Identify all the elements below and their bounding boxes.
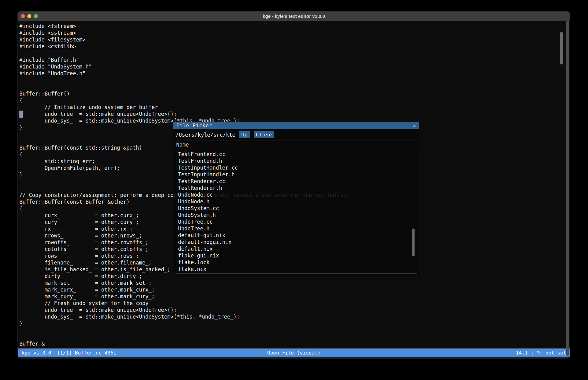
- file-list-scrollbar-thumb[interactable]: [412, 229, 415, 256]
- code-line: #include <cstdlib>: [19, 43, 350, 50]
- code-line: [19, 327, 350, 334]
- code-line: #include "UndoTree.h": [19, 70, 350, 77]
- code-line: // Fresh undo system for the copy: [19, 300, 350, 307]
- code-line: [19, 84, 350, 90]
- window-scrollbar-track[interactable]: [566, 21, 569, 356]
- file-rows: TestFrontend.ccTestFrontend.hTestInputHa…: [175, 149, 417, 272]
- list-item[interactable]: UndoTree.cc: [175, 218, 417, 225]
- code-editor[interactable]: #include <fstream>#include <sstream>#inc…: [18, 21, 570, 348]
- list-item[interactable]: default-gui.nix: [175, 232, 417, 239]
- code-line: mark_cury_ = other.mark_cury_;: [19, 293, 350, 300]
- code-line: [19, 77, 350, 84]
- code-line: undo_tree_ = std::make_unique<UndoTree>(…: [19, 307, 350, 313]
- code-line: undo_sys_ = std::make_unique<UndoSystem>…: [19, 313, 350, 320]
- list-item[interactable]: UndoSystem.cc: [175, 205, 417, 212]
- file-picker-dialog: File Picker ✕ /Users/kyle/src/kte Up Clo…: [173, 122, 419, 276]
- name-column-header: Name: [173, 140, 419, 149]
- text-cursor: [19, 111, 23, 118]
- list-item[interactable]: TestInputHandler.cc: [175, 164, 417, 171]
- window-titlebar[interactable]: kge - kyle's text editor v1.0.0: [18, 12, 570, 21]
- list-item[interactable]: TestInputHandler.h: [175, 171, 417, 178]
- close-button[interactable]: Close: [254, 131, 274, 138]
- code-line: // Initialize undo system per buffer: [19, 104, 350, 111]
- file-picker-title: File Picker: [176, 123, 212, 128]
- code-line: #include "UndoSystem.h": [19, 63, 350, 70]
- status-mode: Open File (visual): [18, 350, 570, 356]
- list-item[interactable]: UndoTree.h: [175, 225, 417, 232]
- code-line: #include <sstream>: [19, 29, 350, 36]
- window-bottom-edge: [18, 357, 570, 358]
- code-line: [19, 334, 350, 340]
- list-item[interactable]: default-nogui.nix: [175, 239, 417, 245]
- up-button[interactable]: Up: [239, 131, 250, 138]
- list-item[interactable]: flake.nix: [175, 266, 417, 272]
- file-picker-path-row: /Users/kyle/src/kte Up Close: [173, 129, 419, 140]
- file-picker-titlebar[interactable]: File Picker ✕: [173, 122, 419, 129]
- code-line: Buffer &: [19, 340, 350, 347]
- list-item[interactable]: UndoNode.h: [175, 198, 417, 205]
- list-item[interactable]: TestRenderer.cc: [175, 178, 417, 185]
- file-list: TestFrontend.ccTestFrontend.hTestInputHa…: [175, 149, 417, 274]
- code-line: undo_tree_ = std::make_unique<UndoTree>(…: [19, 111, 350, 117]
- list-item[interactable]: default.nix: [175, 245, 417, 252]
- code-line: mark_set_ = other.mark_set_;: [19, 280, 350, 286]
- code-line: #include <fstream>: [19, 23, 350, 29]
- editor-scrollbar-thumb[interactable]: [560, 32, 563, 65]
- list-item[interactable]: flake.lock: [175, 259, 417, 266]
- list-item[interactable]: UndoSystem.h: [175, 212, 417, 218]
- status-bar: Open File (visual) kge v1.0.0 [1/1] Buff…: [18, 348, 570, 357]
- code-line: {: [19, 97, 350, 104]
- close-icon[interactable]: ✕: [413, 123, 416, 128]
- list-item[interactable]: TestFrontend.cc: [175, 151, 417, 158]
- code-line: mark_curx_ = other.mark_curx_;: [19, 286, 350, 293]
- window-title: kge - kyle's text editor v1.0.0: [18, 14, 570, 19]
- code-line: }: [19, 320, 350, 327]
- code-line: [19, 50, 350, 57]
- list-item[interactable]: flake-gui.nix: [175, 252, 417, 259]
- code-line: #include <filesystem>: [19, 36, 350, 43]
- list-item[interactable]: TestRenderer.h: [175, 185, 417, 191]
- current-path: /Users/kyle/src/kte: [176, 132, 235, 138]
- code-line: Buffer::Buffer(): [19, 90, 350, 97]
- app-window: kge - kyle's text editor v1.0.0 #include…: [18, 11, 570, 358]
- list-item[interactable]: UndoNode.cc: [175, 191, 417, 198]
- list-item[interactable]: TestFrontend.h: [175, 158, 417, 164]
- code-line: #include "Buffer.h": [19, 57, 350, 63]
- status-cursor-position: 14,1 | M: not set: [516, 350, 566, 356]
